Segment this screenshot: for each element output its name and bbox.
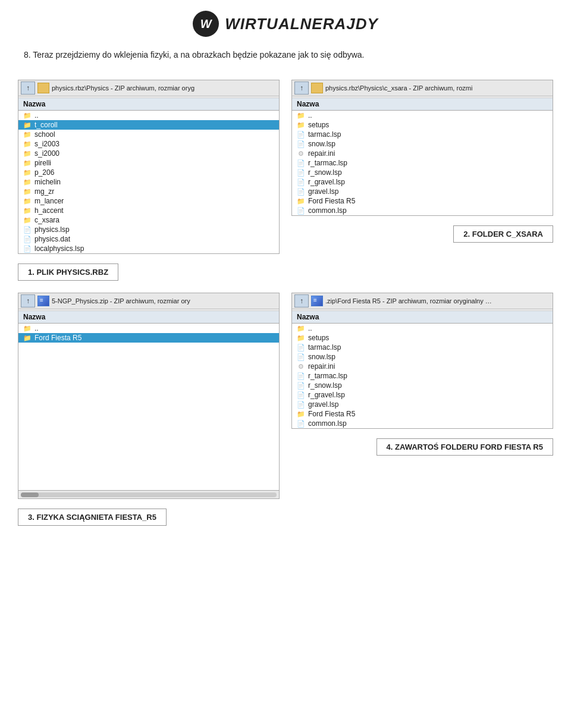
list-item[interactable]: 📄 gravel.lsp bbox=[292, 400, 553, 409]
list-item[interactable]: 📄 gravel.lsp bbox=[292, 187, 553, 196]
folder-icon: 📁 bbox=[23, 140, 32, 148]
list-item[interactable]: 📁 Ford Fiesta R5 bbox=[292, 409, 553, 419]
list-item[interactable]: 📄 snow.lsp bbox=[292, 352, 553, 362]
file-icon: 📄 bbox=[297, 140, 305, 148]
folder-icon: 📁 bbox=[23, 149, 32, 158]
list-item[interactable]: 📁 pirelli bbox=[18, 158, 279, 168]
list-item[interactable]: 📄 r_snow.lsp bbox=[292, 381, 553, 390]
scrollbar-thumb bbox=[21, 492, 39, 497]
list-item[interactable]: 📄 tarmac.lsp bbox=[292, 130, 553, 139]
label2: 2. FOLDER C_XSARA bbox=[453, 225, 553, 243]
folder-icon: 📁 bbox=[23, 168, 32, 177]
file-icon: 📄 bbox=[297, 419, 305, 428]
file-icon: 📄 bbox=[297, 343, 305, 352]
list-item[interactable]: 📁 .. bbox=[18, 111, 279, 120]
file-icon: 📄 bbox=[297, 353, 305, 361]
file-icon: 📄 bbox=[297, 391, 305, 399]
scrollbar-track bbox=[21, 492, 277, 497]
list-item[interactable]: 📁 setups bbox=[292, 333, 553, 343]
folder-icon: 📁 bbox=[23, 197, 32, 205]
panel1-title: physics.rbz\Physics - ZIP archiwum, rozm… bbox=[52, 84, 194, 92]
panel2-file-list: 📁 .. 📁 setups 📄 tarmac.lsp 📄 snow.lsp bbox=[292, 111, 553, 215]
list-item[interactable]: 📁 h_accent bbox=[18, 206, 279, 215]
list-item[interactable]: 📄 snow.lsp bbox=[292, 139, 553, 149]
panel2-zip-icon bbox=[311, 83, 323, 93]
panel4-titlebar: ↑ .zip\Ford Fiesta R5 - ZIP archiwum, ro… bbox=[292, 293, 553, 309]
file-icon: 📄 bbox=[23, 225, 32, 234]
list-item[interactable]: 📄 r_gravel.lsp bbox=[292, 390, 553, 400]
list-item[interactable]: 📄 localphysics.lsp bbox=[18, 244, 279, 253]
logo-icon: W bbox=[193, 11, 219, 37]
folder-icon: 📁 bbox=[23, 334, 32, 342]
folder-icon: 📁 bbox=[297, 334, 305, 342]
panel3-scrollbar[interactable] bbox=[18, 490, 279, 498]
panel4-wrapper: ↑ .zip\Ford Fiesta R5 - ZIP archiwum, ro… bbox=[286, 287, 559, 532]
list-item[interactable]: 📄 r_tarmac.lsp bbox=[292, 158, 553, 168]
list-item[interactable]: 📄 r_tarmac.lsp bbox=[292, 371, 553, 381]
panel3-col-header: Nazwa bbox=[18, 310, 279, 324]
list-item[interactable]: 📁 p_206 bbox=[18, 168, 279, 177]
label4: 4. ZAWARTOŚ FOLDERU FORD FIESTA R5 bbox=[377, 438, 553, 456]
list-item[interactable]: 📄 physics.dat bbox=[18, 234, 279, 244]
list-item[interactable]: ⚙ repair.ini bbox=[292, 149, 553, 158]
list-item[interactable]: 📁 Ford Fiesta R5 bbox=[18, 333, 279, 343]
panel1-titlebar: ↑ physics.rbz\Physics - ZIP archiwum, ro… bbox=[18, 80, 279, 96]
panel4-zip-icon bbox=[311, 296, 323, 306]
folder-icon: 📁 bbox=[23, 159, 32, 167]
panel2-up-btn[interactable]: ↑ bbox=[294, 81, 309, 95]
folder-icon: 📁 bbox=[23, 111, 32, 120]
list-item[interactable]: 📁 s_i2000 bbox=[18, 149, 279, 158]
list-item[interactable]: 📁 setups bbox=[292, 120, 553, 130]
panel3-file-list: 📁 .. 📁 Ford Fiesta R5 bbox=[18, 324, 279, 490]
list-item[interactable]: 📁 s_i2003 bbox=[18, 139, 279, 149]
panel2-wrapper: ↑ physics.rbz\Physics\c_xsara - ZIP arch… bbox=[286, 74, 559, 287]
intro-text: 8. Teraz przejdziemy do wklejenia fizyki… bbox=[0, 44, 571, 74]
file-icon: 📄 bbox=[297, 187, 305, 196]
list-item[interactable]: 📁 school bbox=[18, 130, 279, 139]
file-icon: 📄 bbox=[297, 168, 305, 177]
list-item[interactable]: 📄 common.lsp bbox=[292, 419, 553, 428]
list-item[interactable]: 📁 .. bbox=[292, 324, 553, 333]
list-item[interactable]: 📁 michelin bbox=[18, 177, 279, 187]
panel4: ↑ .zip\Ford Fiesta R5 - ZIP archiwum, ro… bbox=[291, 293, 553, 429]
panel4-title: .zip\Ford Fiesta R5 - ZIP archiwum, rozm… bbox=[325, 297, 492, 305]
panel3-wrapper: ↑ 5-NGP_Physics.zip - ZIP archiwum, rozm… bbox=[12, 287, 286, 532]
list-item[interactable]: 📁 t_coroll bbox=[18, 120, 279, 130]
screenshots-grid: ↑ physics.rbz\Physics - ZIP archiwum, ro… bbox=[12, 74, 559, 532]
list-item[interactable]: 📁 .. bbox=[292, 111, 553, 120]
list-item[interactable]: ⚙ repair.ini bbox=[292, 362, 553, 371]
file-icon: 📄 bbox=[297, 400, 305, 409]
list-item[interactable]: 📄 tarmac.lsp bbox=[292, 343, 553, 352]
settings-icon: ⚙ bbox=[297, 149, 305, 158]
panel1: ↑ physics.rbz\Physics - ZIP archiwum, ro… bbox=[18, 80, 280, 254]
main-content: ↑ physics.rbz\Physics - ZIP archiwum, ro… bbox=[0, 74, 571, 550]
panel3-title: 5-NGP_Physics.zip - ZIP archiwum, rozmia… bbox=[52, 297, 190, 305]
list-item[interactable]: 📁 mg_zr bbox=[18, 187, 279, 196]
panel4-up-btn[interactable]: ↑ bbox=[294, 294, 309, 307]
panel2-col-header: Nazwa bbox=[292, 98, 553, 111]
list-item[interactable]: 📄 r_snow.lsp bbox=[292, 168, 553, 177]
list-item[interactable]: 📁 .. bbox=[18, 324, 279, 333]
folder-icon: 📁 bbox=[23, 178, 32, 186]
file-icon: 📄 bbox=[297, 381, 305, 390]
list-item[interactable]: 📁 m_lancer bbox=[18, 196, 279, 206]
folder-icon: 📁 bbox=[23, 216, 32, 224]
panel3: ↑ 5-NGP_Physics.zip - ZIP archiwum, rozm… bbox=[18, 293, 280, 499]
file-icon: 📄 bbox=[23, 244, 32, 253]
folder-icon: 📁 bbox=[297, 410, 305, 418]
list-item[interactable]: 📄 physics.lsp bbox=[18, 225, 279, 234]
header: W WIRTUALNERAJDY bbox=[0, 0, 571, 44]
list-item[interactable]: 📄 r_gravel.lsp bbox=[292, 177, 553, 187]
panel1-col-header: Nazwa bbox=[18, 98, 279, 111]
panel1-wrapper: ↑ physics.rbz\Physics - ZIP archiwum, ro… bbox=[12, 74, 286, 287]
file-icon: 📄 bbox=[297, 130, 305, 139]
panel1-up-btn[interactable]: ↑ bbox=[21, 81, 35, 95]
list-item[interactable]: 📄 common.lsp bbox=[292, 206, 553, 215]
panel3-up-btn[interactable]: ↑ bbox=[21, 294, 35, 307]
logo-text: WIRTUALNERAJDY bbox=[225, 15, 378, 33]
panel1-zip-icon bbox=[37, 83, 49, 93]
label1: 1. PLIK PHYSICS.RBZ bbox=[18, 263, 118, 281]
list-item[interactable]: 📁 Ford Fiesta R5 bbox=[292, 196, 553, 206]
list-item[interactable]: 📁 c_xsara bbox=[18, 215, 279, 225]
folder-icon: 📁 bbox=[297, 121, 305, 129]
